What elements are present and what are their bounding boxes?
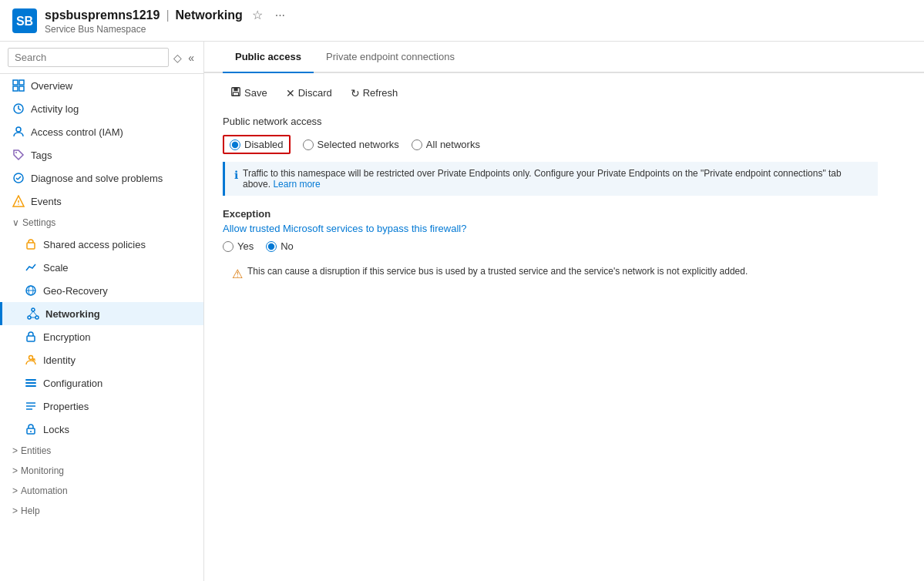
events-icon [12, 195, 25, 207]
svg-point-26 [29, 356, 33, 360]
svg-rect-31 [25, 385, 36, 387]
sidebar-item-diagnose[interactable]: Diagnose and solve problems [0, 166, 203, 190]
radio-selected-networks[interactable] [303, 139, 314, 150]
page-header: SB spsbuspremns1219 | Networking ☆ ··· S… [0, 0, 924, 42]
settings-section-header[interactable]: ∨ Settings [0, 213, 203, 233]
entities-section-label: Entities [21, 445, 51, 456]
overview-label: Overview [31, 80, 72, 92]
sidebar-item-geo-recovery[interactable]: Geo-Recovery [0, 279, 203, 302]
learn-more-link[interactable]: Learn more [273, 179, 320, 190]
azure-logo: SB [12, 8, 37, 33]
sidebar-item-events[interactable]: Events [0, 190, 203, 213]
favorite-button[interactable]: ☆ [249, 6, 266, 24]
properties-label: Properties [43, 401, 89, 412]
option-disabled[interactable]: Disabled [223, 135, 291, 154]
radio-disabled[interactable] [230, 139, 240, 150]
activity-log-label: Activity log [31, 103, 79, 115]
monitoring-section-header[interactable]: > Monitoring [0, 461, 203, 481]
all-networks-label: All networks [426, 139, 480, 150]
sidebar-item-identity[interactable]: ✓ Identity [0, 348, 203, 371]
sidebar-item-activity-log[interactable]: Activity log [0, 97, 203, 120]
radio-yes[interactable] [223, 241, 234, 252]
svg-point-20 [28, 316, 31, 319]
radio-no[interactable] [266, 241, 277, 252]
svg-rect-4 [13, 86, 18, 91]
sidebar-item-iam[interactable]: Access control (IAM) [0, 120, 203, 143]
svg-point-21 [35, 316, 39, 319]
automation-section-label: Automation [21, 485, 68, 496]
sidebar-item-scale[interactable]: Scale [0, 256, 203, 279]
settings-section-label: Settings [22, 217, 55, 228]
warning-text: This can cause a disruption if this serv… [247, 266, 748, 277]
save-icon [230, 86, 241, 99]
sidebar-item-shared-access[interactable]: Shared access policies [0, 233, 203, 256]
svg-rect-25 [27, 336, 35, 341]
sidebar-item-encryption[interactable]: Encryption [0, 325, 203, 348]
content-area: Public access Private endpoint connectio… [204, 42, 924, 581]
save-button[interactable]: Save [223, 82, 275, 103]
public-network-label: Public network access [223, 116, 906, 127]
help-section-label: Help [21, 505, 40, 516]
svg-rect-3 [19, 80, 24, 85]
option-all-networks[interactable]: All networks [412, 139, 480, 150]
sidebar-search-icons: ◇ « [172, 50, 196, 65]
svg-line-22 [29, 311, 33, 316]
overview-icon [12, 79, 25, 92]
sidebar-search-bar: ◇ « [0, 42, 203, 74]
network-access-radio-group: Disabled Selected networks All networks [223, 135, 906, 154]
shared-access-icon [25, 238, 37, 250]
refresh-button[interactable]: ↻ Refresh [343, 83, 406, 103]
warning-icon: ⚠ [232, 267, 243, 281]
option-yes[interactable]: Yes [223, 240, 254, 252]
no-label: No [281, 240, 294, 252]
selected-networks-label: Selected networks [318, 139, 399, 150]
sidebar-item-overview[interactable]: Overview [0, 74, 203, 97]
shared-access-label: Shared access policies [43, 239, 146, 250]
automation-section-header[interactable]: > Automation [0, 481, 203, 501]
identity-icon: ✓ [25, 354, 37, 366]
save-label: Save [244, 87, 267, 99]
locks-label: Locks [43, 424, 69, 435]
svg-rect-29 [25, 379, 36, 381]
tags-label: Tags [31, 149, 52, 161]
exception-section: Exception Allow trusted Microsoft servic… [223, 208, 906, 287]
svg-point-36 [30, 431, 32, 432]
radio-all-networks[interactable] [412, 139, 422, 150]
svg-point-8 [15, 152, 17, 153]
sidebar-item-locks[interactable]: Locks [0, 418, 203, 441]
automation-chevron-icon: > [12, 485, 18, 496]
monitoring-section-label: Monitoring [21, 465, 64, 476]
svg-text:SB: SB [16, 15, 33, 28]
info-text: Traffic to this namespace will be restri… [243, 168, 869, 190]
public-network-section: Public network access Disabled Selected … [204, 103, 924, 306]
yes-label: Yes [237, 240, 254, 252]
help-chevron-icon: > [12, 505, 18, 516]
geo-recovery-label: Geo-Recovery [43, 285, 108, 297]
sidebar-item-configuration[interactable]: Configuration [0, 371, 203, 395]
entities-section-header[interactable]: > Entities [0, 441, 203, 461]
tab-public-access[interactable]: Public access [223, 42, 314, 73]
collapse-icon[interactable]: « [186, 50, 196, 65]
more-options-button[interactable]: ··· [272, 7, 288, 24]
filter-icon[interactable]: ◇ [172, 50, 183, 65]
svg-point-7 [16, 127, 21, 132]
search-input[interactable] [8, 48, 169, 67]
option-selected-networks[interactable]: Selected networks [303, 139, 399, 150]
sidebar-item-properties[interactable]: Properties [0, 395, 203, 418]
diagnose-label: Diagnose and solve problems [31, 173, 163, 184]
entities-chevron-icon: > [12, 445, 18, 456]
sidebar: ◇ « Overview Activity log Access control… [0, 42, 204, 581]
svg-point-14 [18, 203, 19, 205]
header-title-block: spsbuspremns1219 | Networking ☆ ··· Serv… [45, 6, 288, 35]
properties-icon [25, 400, 37, 412]
svg-point-19 [32, 308, 35, 311]
sidebar-item-networking[interactable]: Networking [0, 302, 203, 325]
svg-text:✓: ✓ [33, 358, 35, 362]
resource-name: spsbuspremns1219 [45, 8, 160, 22]
sidebar-item-tags[interactable]: Tags [0, 143, 203, 166]
discard-button[interactable]: ✕ Discard [278, 83, 340, 103]
tab-bar: Public access Private endpoint connectio… [204, 42, 924, 73]
option-no[interactable]: No [266, 240, 294, 252]
tab-private-endpoint[interactable]: Private endpoint connections [314, 42, 467, 73]
help-section-header[interactable]: > Help [0, 501, 203, 521]
